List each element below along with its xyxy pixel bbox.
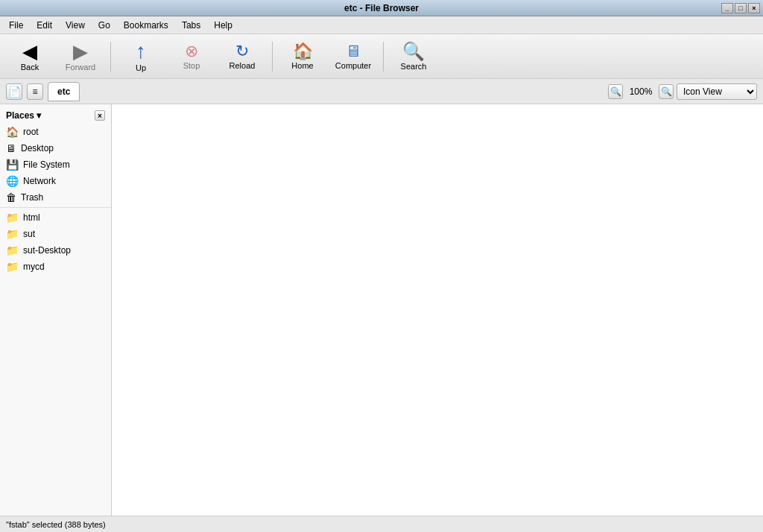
reload-label: Reload: [229, 61, 256, 70]
reload-button[interactable]: ↻ Reload: [218, 37, 266, 76]
zoom-level: 100%: [626, 86, 656, 97]
menu-view[interactable]: View: [60, 19, 91, 32]
computer-icon: 🖥: [345, 43, 361, 60]
network-label: Network: [23, 176, 56, 186]
file-grid: [118, 110, 757, 116]
html-icon: 📁: [6, 212, 19, 224]
desktop-icon: 🖥: [6, 142, 16, 154]
sut-desktop-icon: 📁: [6, 244, 19, 256]
search-icon: 🔍: [402, 42, 425, 60]
home-button[interactable]: 🏠 Home: [279, 37, 326, 76]
menu-tabs[interactable]: Tabs: [176, 19, 206, 32]
sidebar-item-desktop[interactable]: 🖥 Desktop: [0, 140, 111, 156]
forward-label: Forward: [66, 63, 95, 72]
back-button[interactable]: ◀ Back: [6, 37, 54, 76]
sidebar-item-filesystem[interactable]: 💾 File System: [0, 156, 111, 173]
menu-go[interactable]: Go: [92, 19, 116, 32]
sidebar-item-sut-desktop[interactable]: 📁 sut-Desktop: [0, 242, 111, 259]
zoom-out-btn[interactable]: 🔍: [608, 84, 623, 99]
status-text: "fstab" selected (388 bytes): [6, 520, 106, 529]
sidebar: Places ▾ × 🏠 root 🖥 Desktop 💾 File Syste…: [0, 104, 112, 516]
sidebar-item-html[interactable]: 📁 html: [0, 209, 111, 226]
sep3: [383, 42, 384, 72]
trash-label: Trash: [21, 192, 43, 203]
statusbar: "fstab" selected (388 bytes): [0, 516, 763, 532]
zoom-in-btn[interactable]: 🔍: [659, 84, 674, 99]
sut-desktop-label: sut-Desktop: [23, 245, 71, 256]
up-button[interactable]: ↑ Up: [117, 37, 165, 76]
list-view-btn[interactable]: ≡: [27, 83, 43, 100]
back-icon: ◀: [22, 42, 37, 61]
trash-icon: 🗑: [6, 191, 16, 203]
filesystem-icon: 💾: [6, 159, 19, 171]
sidebar-item-sut[interactable]: 📁 sut: [0, 226, 111, 242]
minimize-button[interactable]: _: [721, 3, 733, 13]
mycd-label: mycd: [23, 262, 45, 272]
sidebar-item-root[interactable]: 🏠 root: [0, 124, 111, 140]
sidebar-item-network[interactable]: 🌐 Network: [0, 173, 111, 189]
filesystem-label: File System: [23, 159, 70, 170]
toolbar: ◀ Back ▶ Forward ↑ Up ⊗ Stop ↻ Reload 🏠 …: [0, 34, 763, 79]
desktop-label: Desktop: [21, 143, 54, 153]
stop-button[interactable]: ⊗ Stop: [168, 37, 215, 76]
titlebar: etc - File Browser _ □ ×: [0, 0, 763, 16]
close-button[interactable]: ×: [748, 3, 760, 13]
menu-file[interactable]: File: [3, 19, 29, 32]
stop-label: Stop: [183, 61, 200, 70]
main-area: Places ▾ × 🏠 root 🖥 Desktop 💾 File Syste…: [0, 104, 763, 516]
current-tab[interactable]: etc: [48, 82, 80, 101]
forward-button[interactable]: ▶ Forward: [57, 37, 104, 76]
reload-icon: ↻: [235, 43, 249, 60]
home-label: Home: [291, 61, 313, 70]
forward-icon: ▶: [73, 42, 88, 61]
html-label: html: [23, 212, 40, 223]
search-button[interactable]: 🔍 Search: [390, 37, 437, 76]
mycd-icon: 📁: [6, 261, 19, 273]
sidebar-header: Places ▾ ×: [0, 107, 111, 124]
file-area[interactable]: [112, 104, 763, 516]
title-text: etc - File Browser: [344, 3, 419, 13]
menubar: File Edit View Go Bookmarks Tabs Help: [0, 16, 763, 34]
sidebar-item-mycd[interactable]: 📁 mycd: [0, 259, 111, 275]
up-label: Up: [136, 63, 146, 72]
sidebar-close-btn[interactable]: ×: [95, 110, 105, 121]
up-icon: ↑: [136, 41, 146, 62]
search-label: Search: [401, 62, 427, 71]
addressbar: 📄 ≡ etc 🔍 100% 🔍 Icon View List View Com…: [0, 79, 763, 104]
sep2: [272, 42, 273, 72]
view-select[interactable]: Icon View List View Compact View: [677, 83, 757, 100]
zoom-area: 🔍 100% 🔍 Icon View List View Compact Vie…: [608, 83, 757, 100]
maximize-button[interactable]: □: [735, 3, 747, 13]
menu-edit[interactable]: Edit: [31, 19, 58, 32]
tab-label: etc: [57, 86, 70, 97]
new-tab-btn[interactable]: 📄: [6, 83, 22, 100]
stop-icon: ⊗: [185, 43, 198, 60]
sut-icon: 📁: [6, 228, 19, 240]
computer-label: Computer: [335, 61, 371, 70]
places-label: Places ▾: [6, 110, 41, 121]
sidebar-item-trash[interactable]: 🗑 Trash: [0, 189, 111, 206]
computer-button[interactable]: 🖥 Computer: [329, 37, 377, 76]
sep1: [110, 42, 111, 72]
menu-help[interactable]: Help: [208, 19, 238, 32]
sidebar-divider: [0, 207, 111, 208]
network-icon: 🌐: [6, 175, 19, 187]
titlebar-buttons[interactable]: _ □ ×: [721, 3, 760, 13]
sut-label: sut: [23, 229, 35, 239]
root-icon: 🏠: [6, 126, 19, 138]
menu-bookmarks[interactable]: Bookmarks: [118, 19, 174, 32]
home-icon: 🏠: [293, 43, 313, 60]
root-label: root: [23, 127, 39, 137]
back-label: Back: [21, 63, 39, 72]
